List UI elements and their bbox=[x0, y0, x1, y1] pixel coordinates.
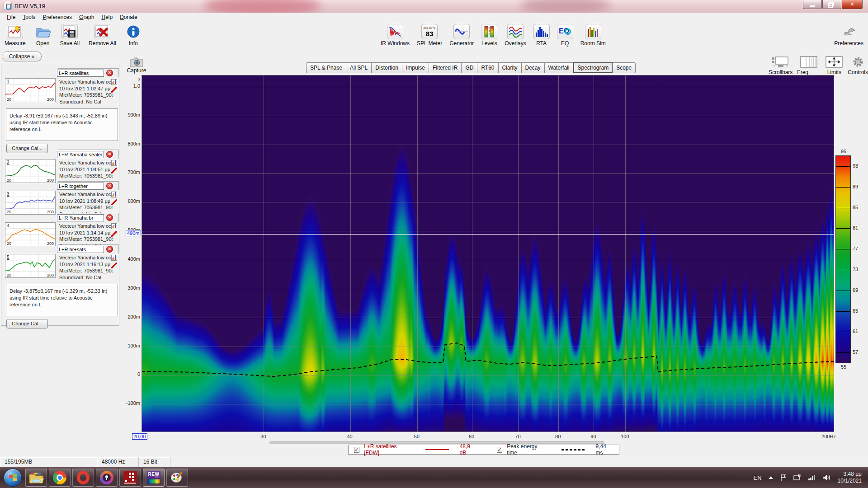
measurement-3-cal-icon[interactable] bbox=[111, 199, 117, 205]
open-button[interactable]: Open bbox=[35, 24, 51, 47]
tab-impulse[interactable]: Impulse bbox=[402, 62, 429, 73]
tab-all-spl[interactable]: All SPL bbox=[346, 62, 372, 73]
tab-scope[interactable]: Scope bbox=[613, 62, 636, 73]
measurement-2-cal-icon[interactable] bbox=[111, 168, 117, 174]
measure-button[interactable]: Measure bbox=[5, 24, 26, 47]
levels-button[interactable]: 036 Levels bbox=[481, 24, 497, 47]
tab-filtered-ir[interactable]: Filtered IR bbox=[429, 62, 462, 73]
taskbar-secure-browser-button[interactable] bbox=[96, 469, 118, 487]
time-tick-100m: 100m bbox=[119, 343, 140, 348]
preferences-button[interactable]: Preferences bbox=[834, 24, 863, 47]
save-all-button[interactable]: Save All bbox=[60, 24, 80, 47]
tab-clarity[interactable]: Clarity bbox=[499, 62, 522, 73]
series1-line-sample bbox=[425, 449, 449, 450]
generator-button[interactable]: Generator bbox=[449, 24, 474, 47]
measurement-1-trace-icon[interactable] bbox=[111, 79, 117, 85]
measurement-5-name-input[interactable] bbox=[57, 246, 104, 253]
taskbar-opera-button[interactable] bbox=[72, 469, 94, 487]
minimize-button[interactable] bbox=[803, 0, 822, 9]
restore-button[interactable] bbox=[822, 0, 841, 9]
measurement-5-thumbnail[interactable]: 520200 bbox=[5, 254, 56, 278]
menu-help[interactable]: Help bbox=[98, 13, 116, 21]
menu-file[interactable]: File bbox=[4, 13, 19, 21]
measurement-1-thumbnail[interactable]: 120200 bbox=[5, 78, 56, 102]
controls-button[interactable]: Controls bbox=[848, 56, 868, 82]
spectrogram-plot[interactable] bbox=[142, 75, 834, 432]
eq-icon: EQ bbox=[557, 24, 573, 39]
measurement-number: 1 bbox=[7, 79, 9, 84]
measurement-4-name-input[interactable] bbox=[57, 214, 104, 221]
measurement-1-cal-icon[interactable] bbox=[111, 87, 117, 93]
measurement-2-info: Vecteur Yamaha low oc10 Ιαν 2021 1:04:51… bbox=[59, 160, 113, 181]
taskbar-chrome-button[interactable] bbox=[49, 469, 71, 487]
measurement-5-trace-icon[interactable] bbox=[111, 255, 117, 261]
ir-windows-icon bbox=[387, 24, 403, 39]
taskbar-explorer-button[interactable] bbox=[25, 469, 47, 487]
measurement-2-close-button[interactable]: ✕ bbox=[106, 151, 113, 158]
spl-meter-button[interactable]: dB SPL83 SPL Meter bbox=[417, 24, 442, 47]
capture-button[interactable]: Capture bbox=[127, 57, 146, 74]
network-signal-icon[interactable] bbox=[808, 474, 816, 481]
colorbar-tick-65: 65 bbox=[853, 308, 858, 314]
info-line: Soundcard: No Cal bbox=[59, 243, 113, 244]
measurement-1-name-input[interactable] bbox=[57, 70, 104, 77]
overlays-button[interactable]: Overlays bbox=[505, 24, 526, 47]
change-cal-button-top[interactable]: Change Cal... bbox=[6, 144, 48, 153]
info-line: Mic/Meter: 7053981_90d bbox=[59, 92, 113, 99]
measurement-5-cal-icon[interactable] bbox=[111, 263, 117, 268]
tab-decay[interactable]: Decay bbox=[522, 62, 545, 73]
menu-donate[interactable]: Donate bbox=[117, 13, 141, 21]
rta-button[interactable]: RTA bbox=[533, 24, 550, 47]
measurement-4-close-button[interactable]: ✕ bbox=[106, 214, 113, 221]
tab-gd[interactable]: GD bbox=[462, 62, 477, 73]
info-button[interactable]: Info bbox=[125, 24, 142, 47]
taskbar-paint-button[interactable] bbox=[166, 469, 188, 487]
desktop-glass-blob bbox=[203, 0, 321, 13]
change-cal-button-bottom[interactable]: Change Cal... bbox=[6, 319, 48, 328]
measurement-4-trace-icon[interactable] bbox=[111, 223, 117, 229]
collapse-button[interactable]: Collapse « bbox=[2, 52, 42, 61]
taskbar-rew-button[interactable]: REW V5.1 bbox=[143, 469, 165, 487]
battery-icon[interactable] bbox=[793, 474, 802, 481]
tab-rt60[interactable]: RT60 bbox=[477, 62, 498, 73]
measurement-5-close-button[interactable]: ✕ bbox=[106, 246, 113, 253]
measurement-1-tab: ✕ bbox=[52, 68, 119, 77]
tab-spectrogram[interactable]: Spectrogram bbox=[573, 62, 613, 73]
measurement-2-thumbnail[interactable]: 220200 bbox=[5, 159, 56, 183]
room-sim-button[interactable]: Room Sim bbox=[580, 24, 606, 47]
svg-text:6: 6 bbox=[489, 33, 491, 36]
spectrogram-canvas[interactable] bbox=[142, 75, 834, 432]
close-button[interactable]: ✕ bbox=[842, 0, 863, 9]
show-hidden-icons-arrow[interactable] bbox=[768, 476, 774, 479]
measurement-1-close-button[interactable]: ✕ bbox=[106, 70, 113, 76]
speaker-icon[interactable] bbox=[822, 474, 831, 481]
measurement-3-name-input[interactable] bbox=[57, 183, 104, 190]
info-line: 10 Ιαν 2021 1:14:14 μμ bbox=[59, 230, 113, 236]
start-button[interactable] bbox=[4, 469, 22, 487]
measurement-4-cal-icon[interactable] bbox=[111, 231, 117, 237]
tab-spl-phase[interactable]: SPL & Phase bbox=[306, 62, 346, 73]
tab-distortion[interactable]: Distortion bbox=[372, 62, 402, 73]
taskbar-clock[interactable]: 3:48 μμ 10/1/2021 bbox=[838, 471, 862, 484]
menu-tools[interactable]: Tools bbox=[19, 13, 38, 21]
measurement-3-thumbnail[interactable]: 320200 bbox=[5, 191, 56, 215]
remove-all-button[interactable]: Remove All bbox=[89, 24, 116, 47]
menu-preferences[interactable]: Preferences bbox=[39, 13, 75, 21]
measurement-4-thumbnail[interactable]: 420200 bbox=[5, 222, 56, 246]
measurement-3-close-button[interactable]: ✕ bbox=[106, 183, 113, 189]
measurement-3-trace-icon[interactable] bbox=[111, 192, 117, 197]
measurement-2-trace-icon[interactable] bbox=[111, 160, 117, 166]
series1-checkbox[interactable]: ✓ bbox=[354, 447, 359, 453]
tab-waterfall[interactable]: Waterfall bbox=[545, 62, 574, 73]
ir-windows-button[interactable]: IR Windows bbox=[381, 24, 410, 47]
eq-button[interactable]: EQ EQ bbox=[557, 24, 573, 47]
series2-checkbox[interactable]: ✓ bbox=[497, 447, 502, 453]
taskbar-red-app-button[interactable] bbox=[119, 469, 141, 487]
language-indicator[interactable]: EN bbox=[754, 474, 762, 481]
action-center-flag-icon[interactable] bbox=[780, 474, 787, 481]
measurement-2-name-input[interactable] bbox=[57, 151, 104, 158]
time-tick-400m: 400m bbox=[119, 256, 140, 262]
horizontal-scrollbar[interactable] bbox=[269, 441, 604, 444]
series1-value: 48,9 dB bbox=[460, 443, 477, 456]
menu-graph[interactable]: Graph bbox=[76, 13, 97, 21]
